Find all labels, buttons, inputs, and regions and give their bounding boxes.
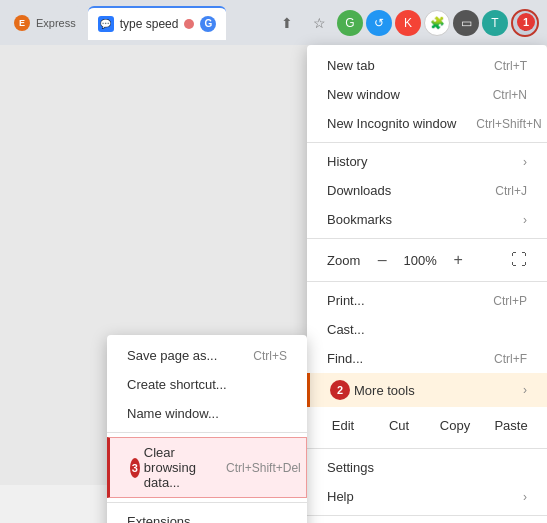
menu-item-print-shortcut: Ctrl+P bbox=[493, 294, 527, 308]
separator-1 bbox=[307, 142, 547, 143]
separator-3 bbox=[307, 281, 547, 282]
chrome-menu: New tab Ctrl+T New window Ctrl+N New Inc… bbox=[307, 45, 547, 523]
extension-icons: G ↺ K 🧩 ▭ T ⋮ 1 bbox=[337, 9, 539, 37]
more-menu-button[interactable]: ⋮ 1 bbox=[511, 9, 539, 37]
menu-item-downloads-label: Downloads bbox=[327, 183, 391, 198]
menu-item-cast[interactable]: Cast... bbox=[307, 315, 547, 344]
menu-item-more-tools[interactable]: 2 More tools › bbox=[307, 373, 547, 407]
browser-top-bar: E Express 💬 type speed G ⬆ ☆ G ↺ K 🧩 ▭ T… bbox=[0, 0, 547, 45]
menu-item-settings-label: Settings bbox=[327, 460, 374, 475]
menu-item-settings[interactable]: Settings bbox=[307, 453, 547, 482]
menu-item-find[interactable]: Find... Ctrl+F bbox=[307, 344, 547, 373]
zoom-row: Zoom – 100% + ⛶ bbox=[307, 243, 547, 277]
zoom-controls: – 100% + bbox=[370, 248, 470, 272]
menu-item-new-tab-shortcut: Ctrl+T bbox=[494, 59, 527, 73]
submenu-item-create-shortcut-label: Create shortcut... bbox=[127, 377, 227, 392]
submenu-item-extensions-label: Extensions bbox=[127, 514, 191, 523]
menu-item-find-label: Find... bbox=[327, 351, 363, 366]
help-arrow-icon: › bbox=[523, 490, 527, 504]
copy-button[interactable]: Copy bbox=[429, 412, 481, 439]
submenu-item-save-page-shortcut: Ctrl+S bbox=[253, 349, 287, 363]
menu-item-find-shortcut: Ctrl+F bbox=[494, 352, 527, 366]
share-icon[interactable]: ⬆ bbox=[273, 9, 301, 37]
submenu-item-clear-browsing[interactable]: 3 Clear browsing data... Ctrl+Shift+Del bbox=[107, 437, 307, 498]
submenu-item-name-window-label: Name window... bbox=[127, 406, 219, 421]
menu-item-new-window-shortcut: Ctrl+N bbox=[493, 88, 527, 102]
ext-icon-4[interactable]: 🧩 bbox=[424, 10, 450, 36]
menu-item-help[interactable]: Help › bbox=[307, 482, 547, 511]
zoom-minus-button[interactable]: – bbox=[370, 248, 394, 272]
menu-item-cast-label: Cast... bbox=[327, 322, 365, 337]
separator-5 bbox=[307, 515, 547, 516]
edit-row: Edit Cut Copy Paste bbox=[307, 407, 547, 444]
submenu-item-create-shortcut[interactable]: Create shortcut... bbox=[107, 370, 307, 399]
clear-browsing-badge: 3 bbox=[130, 458, 140, 478]
submenu-item-clear-browsing-label: Clear browsing data... bbox=[144, 445, 206, 490]
zoom-label: Zoom bbox=[327, 253, 360, 268]
tab-express-label: Express bbox=[36, 17, 76, 29]
cut-button[interactable]: Cut bbox=[373, 412, 425, 439]
menu-item-new-tab[interactable]: New tab Ctrl+T bbox=[307, 51, 547, 80]
more-tools-arrow-icon: › bbox=[523, 383, 527, 397]
submenu-separator-1 bbox=[107, 432, 307, 433]
tab-bar: E Express 💬 type speed G bbox=[8, 0, 269, 45]
tab-typespeed-extra: G bbox=[200, 16, 216, 32]
ext-icon-6[interactable]: T bbox=[482, 10, 508, 36]
history-arrow-icon: › bbox=[523, 155, 527, 169]
menu-item-bookmarks-label: Bookmarks bbox=[327, 212, 392, 227]
tab-typespeed-label: type speed bbox=[120, 17, 179, 31]
submenu-item-name-window[interactable]: Name window... bbox=[107, 399, 307, 428]
more-tools-badge: 2 bbox=[330, 380, 350, 400]
zoom-expand-button[interactable]: ⛶ bbox=[511, 251, 527, 269]
menu-item-new-window[interactable]: New window Ctrl+N bbox=[307, 80, 547, 109]
paste-button[interactable]: Paste bbox=[485, 412, 537, 439]
tab-typespeed[interactable]: 💬 type speed G bbox=[88, 6, 227, 40]
tab-typespeed-favicon: 💬 bbox=[98, 16, 114, 32]
tab-express-favicon: E bbox=[14, 15, 30, 31]
menu-item-downloads[interactable]: Downloads Ctrl+J bbox=[307, 176, 547, 205]
menu-item-print[interactable]: Print... Ctrl+P bbox=[307, 286, 547, 315]
menu-item-bookmarks[interactable]: Bookmarks › bbox=[307, 205, 547, 234]
menu-item-new-window-label: New window bbox=[327, 87, 400, 102]
ext-icon-3[interactable]: K bbox=[395, 10, 421, 36]
bookmarks-arrow-icon: › bbox=[523, 213, 527, 227]
page-content: New tab Ctrl+T New window Ctrl+N New Inc… bbox=[0, 45, 547, 485]
zoom-plus-button[interactable]: + bbox=[446, 248, 470, 272]
star-icon[interactable]: ☆ bbox=[305, 9, 333, 37]
menu-item-help-label: Help bbox=[327, 489, 354, 504]
separator-2 bbox=[307, 238, 547, 239]
menu-item-more-tools-label: More tools bbox=[354, 383, 415, 398]
menu-item-incognito-label: New Incognito window bbox=[327, 116, 456, 131]
menu-item-history-label: History bbox=[327, 154, 367, 169]
ext-icon-1[interactable]: G bbox=[337, 10, 363, 36]
submenu-item-clear-browsing-shortcut: Ctrl+Shift+Del bbox=[226, 461, 301, 475]
submenu-item-extensions[interactable]: Extensions bbox=[107, 507, 307, 523]
tab-express[interactable]: E Express bbox=[8, 6, 82, 40]
clear-browsing-label-group: 3 Clear browsing data... bbox=[130, 445, 206, 490]
edit-button[interactable]: Edit bbox=[317, 412, 369, 439]
ext-icon-2[interactable]: ↺ bbox=[366, 10, 392, 36]
menu-item-incognito[interactable]: New Incognito window Ctrl+Shift+N bbox=[307, 109, 547, 138]
submenu-separator-2 bbox=[107, 502, 307, 503]
ext-icon-5[interactable]: ▭ bbox=[453, 10, 479, 36]
menu-item-history[interactable]: History › bbox=[307, 147, 547, 176]
tab-typespeed-indicator bbox=[184, 19, 194, 29]
more-tools-submenu: Save page as... Ctrl+S Create shortcut..… bbox=[107, 335, 307, 523]
more-tools-label-group: 2 More tools bbox=[330, 380, 415, 400]
menu-item-downloads-shortcut: Ctrl+J bbox=[495, 184, 527, 198]
more-menu-badge: 1 bbox=[517, 13, 535, 31]
zoom-percent-value: 100% bbox=[402, 253, 438, 268]
menu-item-print-label: Print... bbox=[327, 293, 365, 308]
separator-4 bbox=[307, 448, 547, 449]
menu-item-incognito-shortcut: Ctrl+Shift+N bbox=[476, 117, 541, 131]
submenu-item-save-page[interactable]: Save page as... Ctrl+S bbox=[107, 341, 307, 370]
submenu-item-save-page-label: Save page as... bbox=[127, 348, 217, 363]
browser-toolbar-icons: ⬆ ☆ bbox=[273, 9, 333, 37]
menu-item-new-tab-label: New tab bbox=[327, 58, 375, 73]
